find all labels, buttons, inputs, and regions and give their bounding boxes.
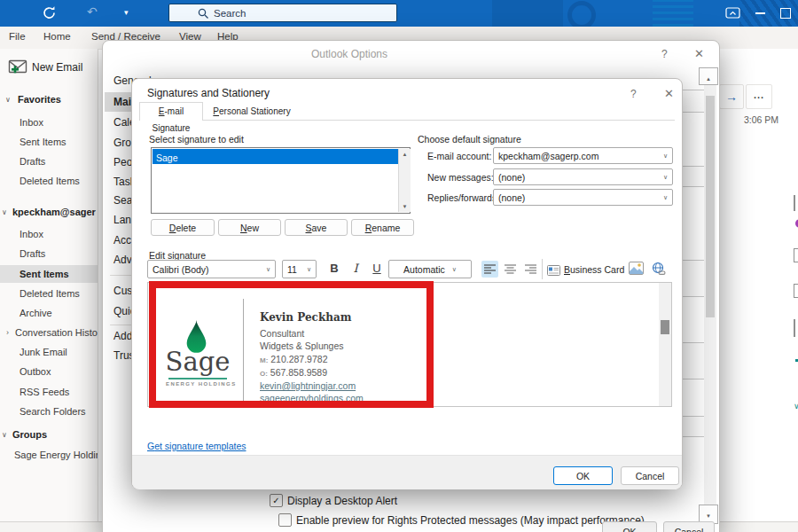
account-deleted-items[interactable]: Deleted Items (20, 288, 80, 299)
sync-icon[interactable] (42, 5, 57, 24)
account-outbox[interactable]: Outbox (20, 366, 51, 377)
favorites-drafts[interactable]: Drafts (20, 156, 45, 167)
desktop-alert-label: Display a Desktop Alert (287, 495, 397, 507)
signatures-help-button[interactable]: ? (630, 88, 637, 100)
tab-file[interactable]: File (9, 31, 26, 42)
desktop-alert-checkbox[interactable]: ✓ (270, 494, 283, 507)
edge-icon[interactable] (794, 284, 798, 298)
account-inbox[interactable]: Inbox (20, 229, 43, 239)
scroll-up-button[interactable]: ▲ (699, 67, 718, 85)
outlook-window: ↶ ▾ Search File Home Send / Receive View… (0, 0, 798, 532)
ribbon-display-icon[interactable] (725, 7, 740, 23)
rights-preview-label: Enable preview for Rights Protected mess… (296, 514, 645, 527)
tab-email-signature[interactable]: E-mail Signature (139, 102, 203, 121)
minimize-button[interactable] (755, 12, 765, 14)
search-box[interactable]: Search (168, 4, 397, 22)
font-size-dropdown[interactable]: 11 ∨ (282, 260, 317, 278)
insert-hyperlink-icon[interactable] (651, 262, 666, 279)
align-right-icon (525, 264, 536, 274)
account-sent-items[interactable]: Sent Items (20, 269, 69, 279)
maximize-button[interactable] (780, 8, 791, 19)
insert-picture-icon[interactable] (629, 262, 644, 278)
titlebar-pattern (567, 1, 596, 27)
font-name-dropdown[interactable]: Calibri (Body) ∨ (147, 260, 276, 278)
chevron-down-icon[interactable]: ∨ (5, 96, 11, 104)
new-button[interactable]: New (218, 219, 281, 236)
chevron-down-icon[interactable]: ∨ (2, 208, 7, 216)
favorites-header[interactable]: Favorites (18, 94, 61, 105)
toolbar-separator (542, 259, 543, 279)
business-card-button[interactable]: Business Card (564, 264, 624, 275)
listbox-scrollbar[interactable]: ▲ ▼ (398, 149, 411, 212)
underline-button[interactable]: U (368, 262, 386, 275)
favorites-inbox[interactable]: Inbox (20, 117, 43, 128)
options-ok-button[interactable]: OK (602, 521, 657, 532)
email-account-label: E-mail account: (427, 151, 491, 161)
edge-icon[interactable] (794, 248, 798, 262)
signatures-close-button[interactable]: ✕ (664, 87, 674, 100)
get-signature-templates-link[interactable]: Get signature templates (147, 441, 246, 451)
signature-list-item-selected[interactable]: Sage (153, 149, 398, 164)
signature-listbox[interactable]: Sage ▲ ▼ (151, 147, 411, 214)
edge-icon[interactable]: ∨ (794, 402, 798, 411)
favorites-deleted-items[interactable]: Deleted Items (20, 176, 80, 186)
options-partial-control (680, 90, 705, 113)
delete-button[interactable]: Delete (151, 219, 215, 236)
chevron-right-icon[interactable]: › (6, 328, 9, 337)
account-conversation-history[interactable]: Conversation History (15, 327, 98, 338)
edit-area-scrollbar[interactable] (659, 283, 671, 406)
undo-icon[interactable]: ↶ (87, 5, 98, 18)
signatures-ok-button[interactable]: OK (553, 466, 613, 485)
align-center-button[interactable] (502, 261, 519, 278)
chevron-down-icon: ∨ (307, 266, 311, 273)
align-center-icon (505, 264, 516, 274)
scroll-up-icon[interactable]: ▲ (399, 149, 411, 157)
groups-header[interactable]: Groups (12, 429, 47, 440)
chevron-down-icon: ∨ (266, 266, 270, 273)
message-time: 3:06 PM (744, 114, 778, 125)
options-cancel-button[interactable]: Cancel (663, 521, 715, 532)
signature-item-label: Sage (153, 151, 178, 166)
qat-caret-icon[interactable]: ▾ (124, 9, 129, 17)
signatures-cancel-button[interactable]: Cancel (621, 466, 679, 485)
replies-forwards-label: Replies/forwards: (427, 192, 499, 203)
account-junk-email[interactable]: Junk Email (20, 347, 67, 357)
favorites-sent-items[interactable]: Sent Items (20, 137, 66, 147)
chevron-down-icon: ∨ (663, 174, 668, 181)
options-partial-control (680, 260, 705, 297)
align-left-button[interactable] (481, 261, 498, 278)
forward-button[interactable]: → (719, 84, 744, 109)
account-rss-feeds[interactable]: RSS Feeds (20, 387, 69, 397)
scroll-down-icon[interactable]: ▼ (399, 204, 411, 209)
bold-button[interactable]: B (325, 262, 343, 275)
replies-forwards-value: (none) (498, 192, 525, 203)
account-search-folders[interactable]: Search Folders (20, 406, 86, 417)
edit-area-scrollbar-thumb[interactable] (661, 320, 669, 334)
account-drafts[interactable]: Drafts (20, 248, 45, 259)
options-close-button[interactable]: ✕ (694, 47, 704, 60)
font-color-dropdown[interactable]: Automatic ∨ (388, 260, 472, 278)
align-right-button[interactable] (522, 261, 539, 278)
font-name-value: Calibri (Body) (153, 264, 209, 275)
new-messages-dropdown[interactable]: (none) ∨ (493, 168, 673, 185)
more-actions-button[interactable]: ... (746, 84, 772, 109)
italic-button[interactable]: I (347, 262, 364, 275)
tab-personal-stationery[interactable]: Personal Stationery (207, 102, 297, 121)
group-sage-energy-holdings[interactable]: Sage Energy Holding (14, 450, 98, 460)
rights-preview-checkbox[interactable] (278, 513, 292, 527)
replies-forwards-dropdown[interactable]: (none) ∨ (493, 189, 673, 206)
edge-icon[interactable] (794, 319, 795, 337)
rename-button[interactable]: Rename (351, 219, 414, 236)
chevron-down-icon[interactable]: ∨ (2, 431, 7, 439)
email-account-dropdown[interactable]: kpeckham@sagerp.com ∨ (493, 147, 673, 164)
options-scrollbar-thumb[interactable] (706, 96, 715, 317)
save-button[interactable]: Save (285, 219, 348, 236)
new-email-icon (7, 59, 28, 80)
account-header[interactable]: kpeckham@sager (12, 207, 96, 217)
font-color-value: Automatic (403, 264, 445, 275)
account-archive[interactable]: Archive (20, 308, 52, 318)
options-help-button[interactable]: ? (661, 48, 668, 60)
new-email-button[interactable]: New Email (7, 59, 96, 78)
tab-home[interactable]: Home (43, 31, 71, 42)
edge-icon[interactable] (794, 195, 795, 211)
